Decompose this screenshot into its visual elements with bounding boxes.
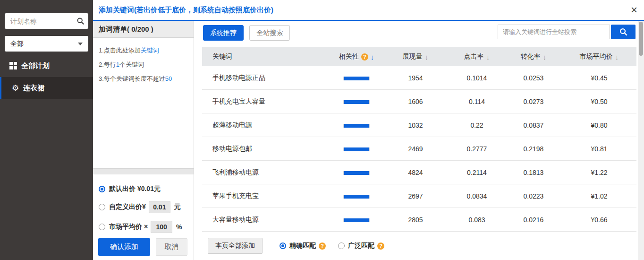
tab-site-search[interactable]: 全站搜索 [249, 25, 290, 41]
plan-search-input[interactable] [10, 17, 76, 25]
impressions-cell: 1954 [382, 74, 449, 82]
ctr-cell: 0.2777 [449, 145, 505, 153]
price-cell: ¥0.45 [562, 74, 636, 82]
chevron-down-icon [78, 43, 83, 45]
table-row[interactable]: 移动电源包邮24690.27770.2198¥0.81 [202, 137, 636, 161]
ctr-cell: 0.1014 [449, 74, 505, 82]
relevance-bar-track [343, 195, 370, 199]
impressions-cell: 2805 [382, 216, 449, 224]
bid-options-card: 默认出价 ¥0.01元 自定义出价¥ 元 市场平均价 × % 确认添加 取消 [93, 174, 194, 260]
relevance-bar-fill [344, 147, 369, 151]
relevance-bar [330, 121, 382, 129]
keyword-table-body: 手机移动电源正品19540.10140.0253¥0.45手机充电宝大容量160… [202, 66, 636, 232]
relevance-bar-fill [344, 77, 369, 80]
relevance-bar [330, 192, 382, 200]
sidebar-item-active-plan[interactable]: ⚙ 连衣裙 [0, 77, 93, 99]
bid-option-custom[interactable]: 自定义出价¥ 元 [93, 201, 194, 213]
tab-system-recommend[interactable]: 系统推荐 [203, 25, 244, 41]
cancel-button[interactable]: 取消 [156, 238, 187, 256]
table-row[interactable]: 大容量移动电源28050.0830.0216¥0.66 [202, 208, 636, 232]
keyword-cell: 飞利浦移动电源 [202, 168, 330, 177]
sort-icon[interactable]: ↓ [543, 53, 547, 61]
sort-desc-icon[interactable]: ↓ [371, 53, 374, 61]
instruction-line: 3.每个关键词长度不超过50 [99, 72, 189, 86]
cvr-cell: 0.0223 [505, 192, 562, 200]
price-cell: ¥0.81 [562, 145, 636, 153]
word-list-input-area[interactable]: 1.点击此处添加关键词 2.每行1个关键词 3.每个关键词长度不超过50 [93, 38, 194, 86]
table-footer: 本页全部添加 精确匹配 ? 广泛匹配 ? [202, 232, 636, 260]
word-list-card: 加词清单( 0/200 ) 1.点击此处添加关键词 2.每行1个关键词 3.每个… [93, 21, 194, 169]
impressions-cell: 1032 [382, 121, 449, 129]
header-cvr[interactable]: 转化率 ↓ [505, 52, 562, 61]
radio-market-bid[interactable] [99, 224, 105, 230]
cvr-cell: 0.0253 [505, 74, 562, 82]
keyword-search-button[interactable] [611, 25, 636, 39]
match-option-broad[interactable]: 广泛匹配 ? [338, 242, 384, 250]
screen: 全部 全部计划 ⚙ 连衣裙 添加关键词(若出价低于底价，则系统自动按照底价出价)… [0, 0, 644, 260]
cvr-cell: 0.2198 [505, 145, 562, 153]
search-icon [619, 27, 628, 36]
radio-broad-match[interactable] [338, 243, 345, 249]
help-icon[interactable]: ? [377, 243, 384, 250]
table-header-row: 关键词 相关性 ? ↓ 展现量 ↓ 点击率 ↓ 转化率 ↓ [202, 47, 636, 66]
custom-bid-input[interactable] [149, 201, 170, 213]
header-relevance[interactable]: 相关性 ? ↓ [330, 52, 382, 61]
help-icon[interactable]: ? [361, 53, 368, 61]
market-bid-input[interactable] [151, 221, 172, 233]
confirm-add-button[interactable]: 确认添加 [98, 238, 150, 256]
gear-icon: ⚙ [12, 84, 19, 92]
relevance-bar-track [343, 124, 370, 128]
price-cell: ¥0.80 [562, 121, 636, 129]
sort-icon[interactable]: ↓ [486, 53, 490, 61]
price-cell: ¥1.22 [562, 169, 636, 176]
instruction-line: 2.每行1个关键词 [99, 58, 189, 72]
market-bid-label: 市场平均价 × [109, 223, 148, 231]
bid-option-market[interactable]: 市场平均价 × % [93, 221, 194, 233]
keyword-cell: 苹果手机充电宝 [202, 192, 330, 200]
match-option-exact[interactable]: 精确匹配 ? [280, 242, 326, 250]
broad-match-label: 广泛匹配 [348, 242, 374, 250]
relevance-bar-track [343, 171, 370, 175]
header-keyword[interactable]: 关键词 [202, 52, 330, 61]
active-plan-label: 连衣裙 [23, 84, 44, 93]
ctr-cell: 0.114 [449, 98, 505, 105]
keyword-search-input[interactable] [498, 25, 610, 39]
impressions-cell: 4824 [382, 169, 449, 176]
relevance-bar [330, 98, 382, 105]
table-row[interactable]: 手机移动电源正品19540.10140.0253¥0.45 [202, 66, 636, 90]
relevance-bar-track [343, 147, 370, 151]
plan-filter-value: 全部 [10, 40, 24, 48]
radio-custom-bid[interactable] [99, 204, 105, 210]
keyword-cell: 大容量移动电源 [202, 216, 330, 224]
header-ctr[interactable]: 点击率 ↓ [449, 52, 505, 61]
close-icon[interactable]: × [631, 1, 637, 19]
bid-option-default[interactable]: 默认出价 ¥0.01元 [93, 185, 194, 193]
sort-icon[interactable]: ↓ [615, 53, 619, 61]
impressions-cell: 2469 [382, 145, 449, 153]
price-cell: ¥0.50 [562, 98, 636, 105]
table-row[interactable]: 苹果手机充电宝26970.08340.0223¥1.02 [202, 184, 636, 208]
exact-match-label: 精确匹配 [289, 242, 316, 250]
plan-filter-dropdown[interactable]: 全部 [5, 36, 88, 52]
table-row[interactable]: 手机充电宝大容量16060.1140.0273¥0.50 [202, 90, 636, 113]
grid-icon [9, 62, 17, 69]
radio-exact-match[interactable] [280, 243, 286, 249]
sidebar-item-all-plans[interactable]: 全部计划 [0, 59, 93, 73]
relevance-bar-fill [344, 218, 369, 222]
search-icon[interactable] [76, 17, 85, 25]
scrollbar-thumb[interactable] [639, 22, 643, 56]
header-impressions[interactable]: 展现量 ↓ [382, 52, 449, 61]
header-market-price[interactable]: 市场平均价 ↓ [562, 52, 636, 61]
table-row[interactable]: 飞利浦移动电源48240.21140.1813¥1.22 [202, 161, 636, 184]
impressions-cell: 2697 [382, 192, 449, 200]
table-row[interactable]: 超薄移动电源10320.220.0837¥0.80 [202, 113, 636, 137]
help-icon[interactable]: ? [319, 243, 326, 250]
keyword-cell: 手机充电宝大容量 [202, 97, 330, 106]
add-all-button[interactable]: 本页全部添加 [208, 238, 263, 254]
radio-default-bid[interactable] [99, 186, 105, 192]
vertical-scrollbar[interactable] [638, 21, 644, 260]
sort-icon[interactable]: ↓ [425, 53, 429, 61]
all-plans-label: 全部计划 [21, 61, 50, 70]
impressions-cell: 1606 [382, 98, 449, 105]
keyword-cell: 超薄移动电源 [202, 121, 330, 130]
